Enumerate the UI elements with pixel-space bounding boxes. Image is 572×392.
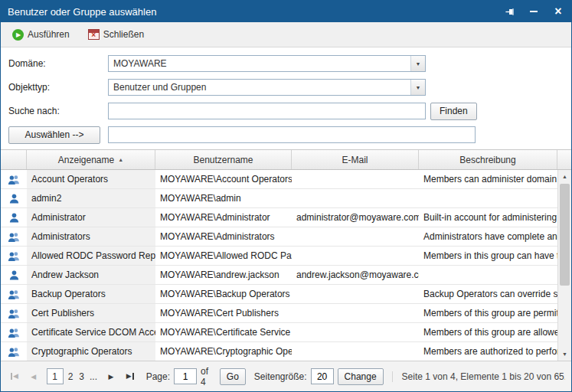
group-icon	[7, 326, 21, 338]
cell-beschreibung	[419, 189, 557, 207]
next-page-button[interactable]: ▶	[103, 369, 119, 384]
cell-email	[292, 323, 419, 341]
cell-anzeigename: Account Operators	[27, 170, 155, 188]
cell-email	[292, 227, 419, 246]
cell-beschreibung: Members can administer domain user and g…	[419, 170, 557, 188]
table-row[interactable]: admin2 MOYAWARE\admin	[1, 189, 557, 208]
cell-beschreibung: Administrators have complete and unrestr…	[419, 227, 557, 246]
find-button[interactable]: Finden	[430, 103, 477, 120]
page-size-label: Seitengröße:	[254, 371, 307, 382]
cell-benutzername: MOYAWARE\Administrators	[155, 227, 292, 246]
pager: ◀ ◀ 123... ▶ ▶ Page: of 4 Go Seitengröße…	[1, 361, 571, 391]
current-page-number[interactable]: 1	[47, 368, 64, 384]
column-header-icon[interactable]	[1, 150, 27, 169]
close-red-icon: ×	[88, 29, 100, 40]
cell-beschreibung	[419, 266, 557, 284]
page-label: Page:	[146, 371, 170, 382]
scroll-up-icon[interactable]: ▲	[558, 170, 571, 183]
first-page-button[interactable]: ◀	[7, 369, 22, 384]
previous-page-button[interactable]: ◀	[26, 369, 41, 384]
sort-ascending-icon: ▲	[118, 157, 123, 162]
page-ellipsis: ...	[87, 371, 100, 382]
go-button[interactable]: Go	[220, 368, 246, 385]
window-title: Benutzer oder Gruppe auswählen	[8, 6, 503, 18]
user-icon	[7, 192, 21, 204]
cell-benutzername: MOYAWARE\Allowed RODC Password Replicati…	[155, 247, 292, 265]
table-row[interactable]: Cert Publishers MOYAWARE\Cert Publishers…	[1, 304, 557, 323]
group-icon	[7, 173, 21, 185]
cell-email	[292, 285, 419, 303]
cell-email	[292, 170, 419, 188]
page-of-label: of 4	[201, 366, 216, 387]
cell-benutzername: MOYAWARE\Cert Publishers	[155, 304, 292, 322]
search-input[interactable]	[108, 103, 426, 119]
scrollbar-thumb[interactable]	[560, 184, 570, 286]
group-icon	[7, 250, 21, 262]
column-header-spacer	[557, 150, 571, 169]
table-row[interactable]: Administrator MOYAWARE\Administrator adm…	[1, 208, 557, 227]
cell-anzeigename: Cert Publishers	[27, 304, 155, 322]
last-page-button[interactable]: ▶	[123, 369, 138, 384]
close-icon[interactable]: ×	[552, 5, 564, 18]
cell-anzeigename: Cryptographic Operators	[27, 342, 155, 361]
table-rows: Account Operators MOYAWARE\Account Opera…	[1, 170, 557, 361]
page-number-input[interactable]	[174, 368, 197, 384]
pager-status: Seite 1 von 4, Elemente 1 bis 20 von 65.	[392, 371, 565, 382]
chevron-down-icon: ▼	[410, 56, 425, 71]
column-header-anzeigename[interactable]: Anzeigename ▲	[27, 150, 155, 169]
cell-email	[292, 342, 419, 361]
pin-icon[interactable]	[503, 5, 515, 18]
cell-beschreibung: Members of this group are permitted to p…	[419, 304, 557, 322]
table-row[interactable]: Andrew Jackson MOYAWARE\andrew.jackson a…	[1, 266, 557, 285]
cell-benutzername: MOYAWARE\Certificate Service DCOM Access	[155, 323, 292, 341]
cell-beschreibung: Members in this group can have their pas…	[419, 247, 557, 265]
cell-beschreibung: Members are authorized to perform crypto…	[419, 342, 557, 361]
objecttype-dropdown[interactable]: Benutzer und Gruppen ▼	[108, 79, 426, 96]
run-button[interactable]: ▶ Ausführen	[5, 25, 77, 44]
change-button[interactable]: Change	[338, 368, 384, 385]
vertical-scrollbar[interactable]: ▲ ▼	[557, 170, 571, 361]
table-row[interactable]: Certificate Service DCOM Access MOYAWARE…	[1, 323, 557, 342]
select-button[interactable]: Auswählen -->	[8, 126, 100, 144]
column-header-beschreibung[interactable]: Beschreibung	[419, 150, 557, 169]
cell-beschreibung: Built-in account for administering the c…	[419, 208, 557, 227]
table-row[interactable]: Allowed RODC Password Replication Group …	[1, 247, 557, 266]
domain-dropdown-value: MOYAWARE	[109, 58, 410, 69]
scroll-down-icon[interactable]: ▼	[558, 348, 571, 361]
cell-benutzername: MOYAWARE\Backup Operators	[155, 285, 292, 303]
cell-email: administrator@moyaware.com	[292, 208, 419, 227]
cell-benutzername: MOYAWARE\Cryptographic Operators	[155, 342, 292, 361]
user-icon	[7, 269, 21, 281]
domain-dropdown[interactable]: MOYAWARE ▼	[108, 55, 426, 72]
selected-users-input[interactable]	[108, 126, 476, 143]
chevron-down-icon: ▼	[410, 80, 425, 95]
domain-label: Domäne:	[8, 58, 108, 69]
close-button[interactable]: × Schließen	[81, 25, 151, 44]
group-icon	[7, 288, 21, 300]
page-size-input[interactable]	[311, 368, 334, 384]
column-header-benutzername[interactable]: Benutzername	[155, 150, 292, 169]
cell-anzeigename: Administrators	[27, 227, 155, 246]
minimize-icon[interactable]	[528, 5, 540, 18]
page-number-link[interactable]: 2	[65, 371, 77, 382]
run-button-label: Ausführen	[28, 29, 70, 40]
cell-anzeigename: Backup Operators	[27, 285, 155, 303]
page-links: 123...	[45, 368, 100, 384]
table-row[interactable]: Backup Operators MOYAWARE\Backup Operato…	[1, 285, 557, 304]
cell-benutzername: MOYAWARE\Administrator	[155, 208, 292, 227]
objecttype-label: Objekttyp:	[8, 82, 108, 93]
table-row[interactable]: Administrators MOYAWARE\Administrators A…	[1, 227, 557, 247]
page-number-link[interactable]: 3	[76, 371, 87, 382]
close-button-label: Schließen	[103, 29, 144, 40]
group-icon	[7, 230, 21, 243]
table-row[interactable]: Account Operators MOYAWARE\Account Opera…	[1, 170, 557, 189]
cell-anzeigename: Allowed RODC Password Replication Group	[27, 247, 155, 265]
group-icon	[7, 345, 21, 358]
titlebar: Benutzer oder Gruppe auswählen ×	[1, 1, 571, 22]
cell-anzeigename: Andrew Jackson	[27, 266, 155, 284]
user-icon	[7, 211, 21, 224]
scrollbar-track[interactable]	[558, 183, 571, 348]
column-header-email[interactable]: E-Mail	[292, 150, 419, 169]
table-row[interactable]: Cryptographic Operators MOYAWARE\Cryptog…	[1, 342, 557, 361]
select-user-or-group-dialog: Benutzer oder Gruppe auswählen × ▶ Ausfü…	[0, 0, 572, 392]
